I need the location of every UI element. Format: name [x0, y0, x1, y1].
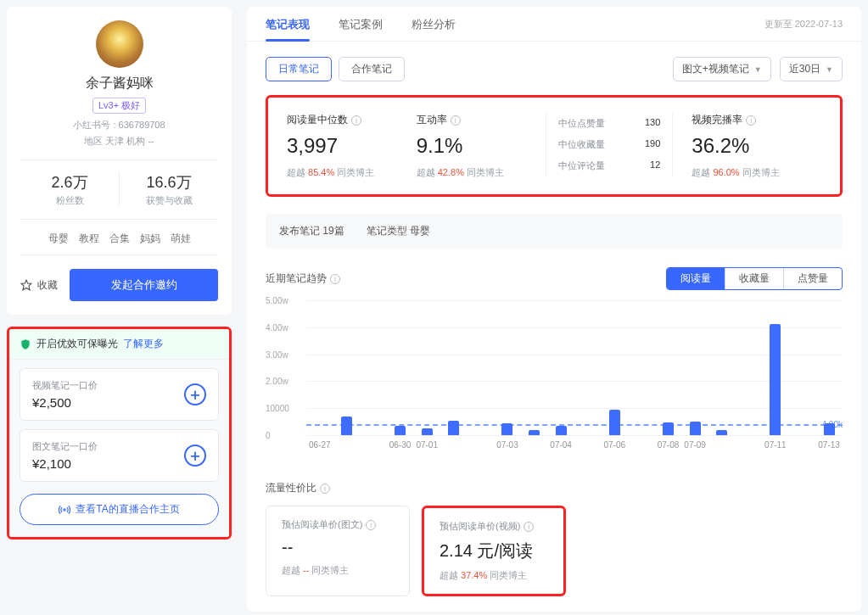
chart-bar[interactable]: 07-13	[824, 423, 835, 435]
y-tick: 3.00w	[266, 349, 288, 359]
followers-count: 2.6万	[20, 172, 119, 193]
stat-video: 视频完播率i 36.2% 超越 96.0% 同类博主	[673, 113, 821, 179]
y-tick: 5.00w	[266, 296, 288, 305]
tag[interactable]: 萌娃	[171, 232, 191, 246]
x-tick: 07-11	[764, 440, 787, 450]
platform-id: 小红书号 : 636789708	[20, 119, 218, 131]
subtab-daily[interactable]: 日常笔记	[266, 57, 332, 81]
region-line: 地区 天津 机构 --	[20, 135, 218, 148]
x-tick: 06-27	[309, 440, 331, 450]
tag[interactable]: 教程	[79, 232, 99, 246]
info-icon[interactable]: i	[524, 522, 534, 532]
profile-name: 余子酱妈咪	[20, 75, 218, 92]
stat-read: 阅读量中位数i 3,997 超越 85.4% 同类博主	[287, 113, 417, 179]
invite-button[interactable]: 发起合作邀约	[70, 269, 218, 301]
tag[interactable]: 母婴	[48, 232, 69, 246]
profile-card: 余子酱妈咪 Lv3+ 极好 小红书号 : 636789708 地区 天津 机构 …	[7, 7, 232, 315]
toggle-fav[interactable]: 收藏量	[725, 268, 783, 289]
x-tick: 07-06	[604, 440, 626, 450]
star-icon	[20, 279, 32, 291]
tab-performance[interactable]: 笔记表现	[266, 7, 310, 41]
trend-title: 近期笔记趋势	[266, 272, 327, 284]
add-image-price-button[interactable]: ＋	[184, 444, 206, 467]
cpp-card: 预估阅读单价(视频)i2.14 元/阅读超越 37.4% 同类博主	[422, 506, 566, 596]
chart-bar[interactable]: 07-04	[556, 426, 567, 435]
cpp-value: --	[282, 538, 394, 557]
tag[interactable]: 妈妈	[140, 232, 160, 246]
info-icon[interactable]: i	[451, 115, 461, 126]
shield-icon	[20, 338, 31, 350]
price-section-title: 流量性价比	[266, 482, 316, 494]
chevron-down-icon: ▼	[754, 65, 762, 74]
stats-summary: 阅读量中位数i 3,997 超越 85.4% 同类博主 互动率i 9.1% 超越…	[266, 95, 843, 197]
trend-chart: 0100002.00w3.00w4.00w5.00w4.00k06-2706-3…	[266, 300, 843, 457]
toggle-read[interactable]: 阅读量	[667, 268, 725, 289]
price-card-image: 图文笔记一口价 ¥2,100 ＋	[20, 429, 219, 482]
chart-bar[interactable]	[341, 417, 352, 435]
chevron-down-icon: ▼	[826, 65, 833, 74]
x-tick: 07-01	[416, 440, 438, 450]
x-tick: 06-30	[389, 440, 412, 450]
favorite-button[interactable]: 收藏	[20, 278, 58, 293]
svg-point-1	[64, 508, 65, 510]
stat-engage-value: 9.1%	[417, 134, 528, 158]
chart-bar[interactable]: 07-11	[770, 324, 781, 435]
stat-mids: 中位点赞量130 中位收藏量190 中位评论量12	[546, 113, 673, 176]
avatar	[96, 20, 143, 68]
trend-toggle: 阅读量 收藏量 点赞量	[666, 267, 843, 290]
y-tick: 10000	[266, 404, 289, 413]
likes-count: 16.6万	[120, 172, 218, 193]
chart-bar[interactable]	[448, 421, 459, 435]
chart-bar[interactable]	[716, 430, 727, 435]
y-tick: 2.00w	[266, 377, 288, 386]
info-icon[interactable]: i	[320, 484, 330, 494]
x-tick: 07-13	[818, 440, 840, 450]
tab-fans[interactable]: 粉丝分析	[412, 7, 456, 41]
y-tick: 0	[266, 431, 271, 440]
chart-bar[interactable]: 07-08	[663, 422, 674, 435]
y-tick: 4.00w	[266, 322, 288, 332]
chart-bar[interactable]: 07-01	[422, 428, 433, 435]
svg-marker-0	[21, 280, 31, 290]
chart-bar[interactable]: 07-06	[609, 410, 620, 435]
info-icon[interactable]: i	[366, 520, 376, 530]
add-video-price-button[interactable]: ＋	[184, 383, 206, 405]
main-card: 笔记表现 笔记案例 粉丝分析 更新至 2022-07-13 日常笔记 合作笔记 …	[247, 7, 861, 612]
subtab-collab[interactable]: 合作笔记	[339, 57, 405, 81]
profile-tags: 母婴 教程 合集 妈妈 萌娃	[20, 219, 218, 255]
cpp-value: 2.14 元/阅读	[440, 540, 548, 562]
pricing-panel: 开启优效可保曝光 了解更多 视频笔记一口价 ¥2,500 ＋ 图文笔记一口价 ¥…	[7, 327, 232, 540]
tag[interactable]: 合集	[109, 232, 130, 246]
stat-read-value: 3,997	[287, 134, 398, 158]
update-time: 更新至 2022-07-13	[764, 18, 843, 31]
chart-bar[interactable]: 07-03	[501, 423, 512, 435]
chart-bar[interactable]: 07-09	[690, 422, 701, 435]
stat-engage: 互动率i 9.1% 超越 42.8% 同类博主	[417, 113, 546, 179]
cpp-card: 预估阅读单价(图文)i--超越 -- 同类博主	[266, 506, 410, 596]
toggle-like[interactable]: 点赞量	[783, 268, 842, 289]
info-icon[interactable]: i	[746, 115, 756, 126]
price-card-video: 视频笔记一口价 ¥2,500 ＋	[20, 368, 219, 421]
learn-more-link[interactable]: 了解更多	[123, 337, 164, 351]
chart-bar[interactable]: 06-30	[395, 426, 406, 435]
stat-video-value: 36.2%	[692, 134, 803, 158]
view-live-button[interactable]: 查看TA的直播合作主页	[20, 494, 219, 525]
info-icon[interactable]: i	[330, 274, 340, 284]
level-badge: Lv3+ 极好	[92, 98, 146, 114]
chart-bar[interactable]	[529, 430, 540, 435]
x-tick: 07-04	[550, 440, 572, 450]
promo-text: 开启优效可保曝光	[36, 337, 118, 351]
x-tick: 07-03	[496, 440, 518, 450]
info-icon[interactable]: i	[351, 115, 361, 126]
meta-strip: 发布笔记 19篇 笔记类型 母婴	[266, 214, 843, 249]
select-range[interactable]: 近30日▼	[780, 57, 843, 81]
tab-cases[interactable]: 笔记案例	[339, 7, 383, 41]
x-tick: 07-08	[658, 440, 680, 450]
broadcast-icon	[59, 504, 70, 516]
select-type[interactable]: 图文+视频笔记▼	[673, 57, 771, 81]
x-tick: 07-09	[684, 440, 706, 450]
